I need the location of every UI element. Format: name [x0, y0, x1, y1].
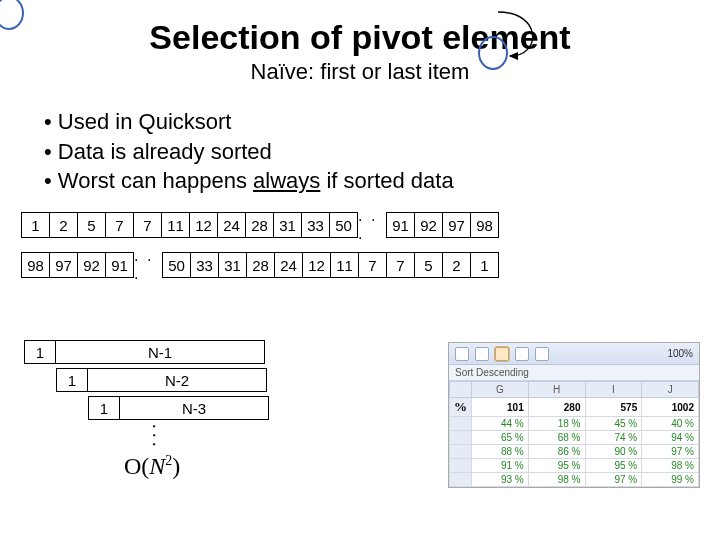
array-diagram: 1257711122428313350. . .91929798 9897929…	[22, 212, 720, 278]
array-cell: 28	[245, 212, 274, 238]
array-row-descending: 98979291. . .5033312824121177521	[22, 252, 720, 278]
col-header: J	[642, 382, 699, 398]
array-cell: 11	[330, 252, 359, 278]
toolbar-icon	[535, 347, 549, 361]
array-cell: 24	[274, 252, 303, 278]
array-cell: 11	[161, 212, 190, 238]
array-cell: 7	[133, 212, 162, 238]
toolbar-icon	[515, 347, 529, 361]
zoom-label: 100%	[667, 348, 693, 359]
excel-screenshot: 100% Sort Descending G H I J % 101 280 5…	[448, 342, 700, 488]
sort-desc-icon	[495, 347, 509, 361]
array-cell: 1	[470, 252, 499, 278]
cell: 1002	[642, 398, 699, 417]
array-cell: 33	[190, 252, 219, 278]
excel-grid: G H I J % 101 280 575 1002 44 %18 %45 %4…	[449, 381, 699, 487]
array-cell: 50	[162, 252, 191, 278]
array-cell: 5	[414, 252, 443, 278]
vertical-ellipsis: . . .	[154, 424, 163, 447]
col-header: I	[585, 382, 642, 398]
slide-title: Selection of pivot element	[0, 0, 720, 57]
array-cell: 31	[218, 252, 247, 278]
cell: 280	[528, 398, 585, 417]
bullet-item: Worst can happens always if sorted data	[44, 166, 720, 196]
partition-one: 1	[88, 396, 120, 420]
cell: 575	[585, 398, 642, 417]
sort-tooltip: Sort Descending	[449, 365, 699, 381]
col-header: G	[472, 382, 529, 398]
array-cell: 98	[21, 252, 50, 278]
array-cell: 7	[105, 212, 134, 238]
array-cell: 5	[77, 212, 106, 238]
array-cell: 92	[77, 252, 106, 278]
array-cell: 50	[329, 212, 358, 238]
array-cell: 97	[442, 212, 471, 238]
excel-toolbar: 100%	[449, 343, 699, 365]
cell: 101	[472, 398, 529, 417]
array-cell: 24	[217, 212, 246, 238]
array-cell: 92	[414, 212, 443, 238]
partition-rest: N-3	[119, 396, 269, 420]
bullet-item: Used in Quicksort	[44, 107, 720, 137]
array-cell: 91	[105, 252, 134, 278]
array-cell: 12	[302, 252, 331, 278]
partition-rest: N-1	[55, 340, 265, 364]
array-cell: 7	[358, 252, 387, 278]
partition-one: 1	[24, 340, 56, 364]
pct-header: %	[450, 398, 472, 417]
array-cell: 7	[386, 252, 415, 278]
toolbar-icon	[455, 347, 469, 361]
sort-asc-icon	[475, 347, 489, 361]
array-cell: 28	[246, 252, 275, 278]
bullet-list: Used in Quicksort Data is already sorted…	[44, 107, 720, 196]
array-cell: 12	[189, 212, 218, 238]
array-cell: 1	[21, 212, 50, 238]
array-cell: 98	[470, 212, 499, 238]
slide-subtitle: Naïve: first or last item	[0, 59, 720, 85]
array-cell: 2	[49, 212, 78, 238]
partition-one: 1	[56, 368, 88, 392]
bullet-item: Data is already sorted	[44, 137, 720, 167]
partition-rest: N-2	[87, 368, 267, 392]
array-cell: 31	[273, 212, 302, 238]
array-cell: 33	[301, 212, 330, 238]
complexity-label: O(N2)	[24, 453, 269, 480]
array-cell: 97	[49, 252, 78, 278]
array-row-ascending: 1257711122428313350. . .91929798	[22, 212, 720, 238]
array-cell: 2	[442, 252, 471, 278]
partition-steps: 1 N-1 1 N-2 1 N-3 . . . O(N2)	[24, 340, 269, 480]
ellipsis: . . .	[358, 212, 387, 238]
ellipsis: . . .	[134, 252, 163, 278]
col-header: H	[528, 382, 585, 398]
array-cell: 91	[386, 212, 415, 238]
